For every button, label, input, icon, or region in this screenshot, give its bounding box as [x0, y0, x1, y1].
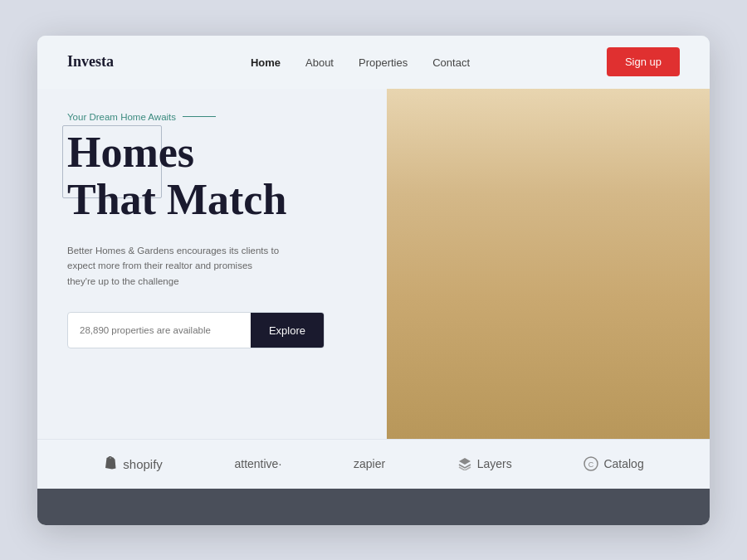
partner-layers: Layers [457, 456, 512, 471]
shopify-icon [103, 456, 118, 471]
footer-bar [37, 489, 710, 525]
sky-background [340, 89, 710, 439]
catalog-label: Catalog [603, 457, 643, 470]
hero-title: Homes That Match [67, 129, 357, 223]
browser-window: Investa Home About Properties Contact Si… [37, 36, 710, 525]
layers-icon [457, 456, 472, 471]
attentive-label: attentive· [234, 457, 281, 470]
explore-button[interactable]: Explore [251, 313, 324, 348]
nav-item-properties[interactable]: Properties [359, 55, 408, 70]
svg-text:C: C [588, 460, 594, 469]
building-visual [340, 89, 710, 439]
right-panel [340, 89, 710, 439]
layers-label: Layers [477, 457, 512, 470]
catalog-icon: C [583, 456, 598, 471]
partners-bar: shopify attentive· zapier Layers [37, 439, 710, 489]
shopify-label: shopify [123, 457, 163, 471]
main-content: Your Dream Home Awaits Homes That Match … [37, 89, 710, 439]
hero-description: Better Homes & Gardens encourages its cl… [67, 243, 283, 289]
hero-tagline: Your Dream Home Awaits [67, 112, 357, 122]
signup-button[interactable]: Sign up [607, 47, 680, 76]
brand-logo: Investa [67, 53, 114, 71]
nav-item-contact[interactable]: Contact [432, 55, 470, 70]
left-panel: Your Dream Home Awaits Homes That Match … [37, 89, 387, 439]
navbar: Investa Home About Properties Contact Si… [37, 36, 710, 89]
partner-catalog: C Catalog [583, 456, 643, 471]
zapier-label: zapier [354, 457, 385, 470]
partner-zapier: zapier [354, 457, 385, 470]
search-input[interactable] [68, 325, 251, 335]
partner-shopify: shopify [103, 456, 163, 471]
nav-links: Home About Properties Contact [251, 55, 470, 70]
nav-item-about[interactable]: About [305, 55, 334, 70]
nav-item-home[interactable]: Home [251, 55, 281, 70]
search-bar: Explore [67, 312, 325, 348]
partner-attentive: attentive· [234, 457, 281, 470]
